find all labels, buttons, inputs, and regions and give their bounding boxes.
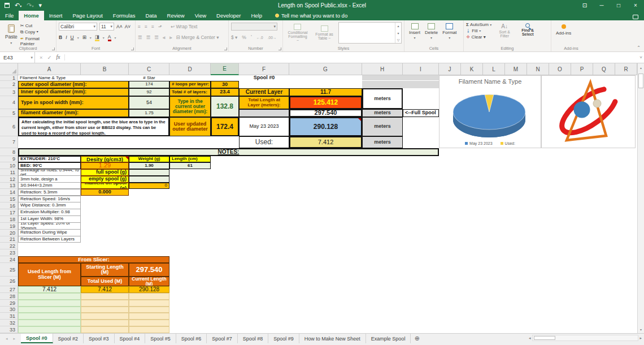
addins-button[interactable]: Add-ins — [554, 23, 573, 37]
sheet-tab-example-spool[interactable]: Example Spool — [366, 334, 411, 343]
cell-B11[interactable]: full spool (g) — [81, 169, 129, 176]
conditional-formatting-button[interactable]: Conditional Formatting ~ — [285, 23, 310, 44]
cell-B12[interactable]: empty spool (g) — [81, 176, 129, 183]
fill-button[interactable]: ⭳ Fill ▾ — [466, 28, 491, 33]
cell-A3[interactable]: Inner spool diameter (mm): — [18, 88, 129, 96]
italic-button[interactable]: I — [66, 34, 67, 40]
empty-cell[interactable] — [81, 326, 129, 333]
bold-button[interactable]: B — [59, 34, 62, 40]
empty-cell[interactable] — [81, 313, 129, 320]
maximize-button[interactable]: □ — [610, 0, 627, 11]
align-left-icon[interactable]: ☰ — [138, 34, 142, 40]
number-dialog-launcher[interactable] — [279, 48, 281, 50]
cell-B14[interactable]: 0.000 — [81, 189, 129, 196]
cell-D2[interactable]: # loops per layer: — [169, 81, 211, 88]
cell-A11[interactable]: Shrinkage for holes: 0.9444; To get — [18, 169, 81, 176]
scroll-down-icon[interactable]: ▾ — [638, 327, 644, 331]
tab-review[interactable]: Review — [162, 11, 190, 20]
cell-A10[interactable]: BED: 90'C — [18, 162, 81, 169]
empty-cell[interactable] — [129, 293, 169, 300]
cell-F4[interactable]: Total Length at Layer (meters): — [239, 96, 289, 109]
sheet-tab-spool-6[interactable]: Spool #6 — [176, 334, 207, 343]
sheet-tab-spool-9[interactable]: Spool #9 — [268, 334, 299, 343]
format-as-table-button[interactable]: Format as Table ~ — [313, 24, 336, 41]
cell-C1[interactable]: # Star — [129, 75, 169, 81]
empty-cell[interactable] — [18, 307, 81, 313]
cut-button[interactable]: ✂ Cut — [20, 23, 54, 28]
formula-input[interactable] — [65, 52, 644, 63]
tab-scroll-right-icon[interactable]: ▸ — [14, 337, 16, 341]
cell-A21[interactable]: Retraction Between Layers — [18, 236, 81, 243]
enter-icon[interactable]: ✓ — [47, 54, 52, 61]
collapse-ribbon-icon[interactable]: ⌃ — [637, 45, 641, 50]
cell-H6[interactable]: meters — [362, 117, 403, 136]
empty-cell[interactable] — [18, 300, 81, 307]
vertical-scroll-thumb[interactable] — [638, 74, 643, 88]
font-name-select[interactable]: Calibri▾ — [59, 23, 97, 31]
sort-filter-button[interactable]: A↓Sort & Filter — [495, 22, 514, 40]
tab-view[interactable]: View — [190, 11, 211, 20]
empty-cell[interactable] — [129, 326, 169, 333]
align-middle-icon[interactable]: ≡ — [145, 24, 147, 29]
cell-C9[interactable]: Weight (g) — [129, 156, 169, 162]
cell-A4[interactable]: Type in spool width (mm): — [18, 96, 129, 109]
empty-cell[interactable] — [129, 320, 169, 326]
decrease-decimal-icon[interactable]: .00→ — [268, 36, 277, 40]
cell-A12[interactable]: 3mm hole, design a — [18, 176, 81, 183]
comment-icon[interactable] — [633, 15, 638, 19]
pie-chart[interactable]: Filament Name & Type May 23 2023 Used: — [439, 75, 541, 148]
scroll-up-icon[interactable]: ▴ — [638, 63, 644, 70]
align-bottom-icon[interactable]: ≡ — [151, 24, 154, 29]
cell-F7[interactable]: Used: — [239, 136, 289, 148]
empty-cell[interactable] — [18, 326, 81, 333]
ribbon-display-options-icon[interactable]: ⊡ — [576, 0, 593, 11]
cell-C12[interactable] — [129, 176, 169, 183]
vertical-scrollbar[interactable]: ▴ ▾ — [637, 63, 644, 333]
decrease-indent-icon[interactable]: ⪡ — [163, 34, 166, 41]
align-top-icon[interactable]: ≡ — [138, 24, 141, 29]
format-painter-button[interactable]: ✒ Format Painter — [20, 36, 54, 46]
empty-cell[interactable] — [129, 307, 169, 313]
format-cells-button[interactable]: Format▾ — [440, 22, 459, 41]
cell-A8-notes[interactable]: NOTES: — [18, 148, 439, 156]
fill-color-icon[interactable]: ◨ — [95, 34, 99, 41]
cell-C27[interactable]: 290.128 — [129, 286, 169, 293]
tab-scroll-left-icon[interactable]: ◂ — [6, 337, 8, 341]
cancel-icon[interactable]: × — [40, 54, 43, 61]
cell-A13[interactable]: 3/0.9444=3.2mm — [18, 183, 81, 189]
cell-A9[interactable]: EXTRUDER: 210'C — [18, 156, 81, 162]
gallery-more-icon[interactable]: ▽ — [397, 38, 400, 42]
empty-cell[interactable] — [81, 307, 129, 313]
cell-F1[interactable]: Spool #0 — [239, 75, 289, 81]
cell-B10[interactable]: 1.29 — [81, 162, 129, 169]
new-sheet-button[interactable]: ⊕ — [411, 334, 423, 343]
clipboard-dialog-launcher[interactable] — [52, 48, 55, 50]
font-color-icon[interactable]: A — [108, 34, 111, 41]
insert-function-icon[interactable]: fx — [56, 54, 60, 61]
tab-help[interactable]: Help — [246, 11, 267, 20]
empty-cell[interactable] — [81, 320, 129, 326]
cell-B26[interactable]: Total Used (M) — [81, 277, 129, 286]
increase-decimal-icon[interactable]: ←.0 — [256, 36, 263, 40]
sheet-tab-spool-8[interactable]: Spool #8 — [238, 334, 269, 343]
cell-A1[interactable]: Filament Name & Type — [18, 75, 129, 81]
cell-B27[interactable]: 7.412 — [81, 286, 129, 293]
wrap-text-button[interactable]: ↩ Wrap Text — [171, 24, 197, 29]
tab-data[interactable]: Data — [140, 11, 162, 20]
tab-page-layout[interactable]: Page Layout — [67, 11, 107, 20]
cell-D9[interactable]: Length (cm) — [169, 156, 211, 162]
cell-E2[interactable]: 30 — [211, 81, 239, 88]
name-box[interactable]: E43▾ — [0, 52, 35, 63]
cell-A24[interactable]: From Slicer: — [18, 256, 169, 263]
cell-A19[interactable]: 1st Layer Speed: 20% of 35mm/s — [18, 223, 81, 230]
comma-style-icon[interactable]: ʼ — [251, 34, 252, 40]
cell-E3[interactable]: 23.4 — [211, 88, 239, 96]
cell-C3[interactable]: 92 — [129, 88, 169, 96]
sheet-tab-spool-7[interactable]: Spool #7 — [207, 334, 238, 343]
orientation-icon[interactable]: ⬏ — [158, 24, 162, 29]
sheet-tab-spool-4[interactable]: Spool #4 — [115, 334, 146, 343]
percent-style-icon[interactable]: % — [242, 34, 246, 40]
borders-icon[interactable]: ⊞ — [82, 34, 86, 40]
insert-cells-button[interactable]: Insert▾ — [407, 22, 423, 41]
align-center-icon[interactable]: ☰ — [146, 34, 151, 40]
